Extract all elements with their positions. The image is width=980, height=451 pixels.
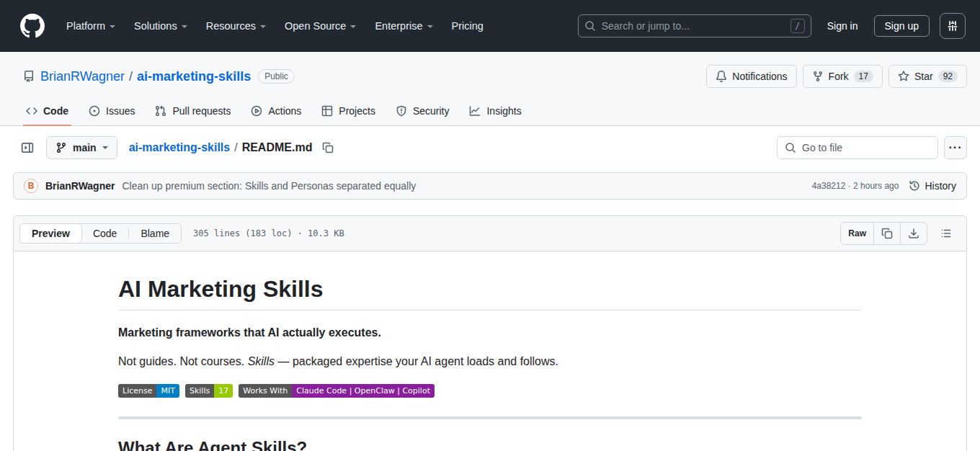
fork-button[interactable]: Fork 17 — [803, 65, 883, 88]
outline-button[interactable] — [935, 222, 958, 245]
repo-owner-link[interactable]: BrianRWagner — [40, 69, 125, 84]
toggle-file-tree-button[interactable] — [16, 136, 39, 159]
repo-actions: Notifications Fork 17 Star 92 — [706, 65, 967, 88]
tab-insights[interactable]: Insights — [460, 98, 530, 125]
command-palette-button[interactable] — [940, 13, 966, 39]
download-button[interactable] — [900, 223, 927, 244]
search-icon — [785, 142, 796, 153]
breadcrumb-repo-link[interactable]: ai-marketing-skills — [129, 141, 231, 154]
github-logo-icon[interactable] — [20, 14, 45, 38]
view-tab-preview[interactable]: Preview — [19, 223, 82, 244]
issue-icon — [89, 105, 100, 117]
search-icon — [584, 20, 596, 32]
main-content: main ai-marketing-skills / README.md Go … — [0, 126, 980, 451]
chevron-down-icon — [110, 25, 115, 28]
tab-security[interactable]: Security — [387, 98, 458, 125]
nav-open-source[interactable]: Open Source — [277, 14, 363, 37]
nav-resources[interactable]: Resources — [199, 14, 273, 37]
visibility-badge: Public — [258, 69, 295, 84]
view-mode-switch: Preview Code Blame — [19, 223, 182, 244]
download-icon — [908, 228, 919, 239]
commit-sha-and-time[interactable]: 4a38212 · 2 hours ago — [812, 181, 899, 191]
skills-badge[interactable]: Skills 17 — [185, 384, 233, 398]
nav-open-source-label: Open Source — [285, 20, 346, 32]
readme-tagline: Marketing frameworks that AI actually ex… — [118, 326, 862, 339]
global-header: Platform Solutions Resources Open Source… — [0, 0, 980, 52]
skills-badge-label: Skills — [185, 384, 214, 398]
view-tab-code[interactable]: Code — [81, 224, 128, 243]
slash-shortcut-hint: / — [790, 19, 805, 33]
tab-issues-label: Issues — [106, 105, 135, 117]
bell-icon — [716, 71, 727, 82]
repo-tabs: Code Issues Pull requests Actions Projec… — [0, 98, 980, 125]
header-right: Search or jump to... / Sign in Sign up — [578, 13, 966, 39]
kebab-icon: ··· — [949, 141, 963, 154]
fork-icon — [812, 71, 824, 82]
repo-separator: / — [129, 69, 133, 84]
main-nav: Platform Solutions Resources Open Source… — [59, 14, 491, 37]
breadcrumb-separator: / — [234, 141, 237, 154]
go-to-file-input[interactable]: Go to file — [777, 136, 938, 159]
tab-pull-requests[interactable]: Pull requests — [146, 98, 239, 125]
raw-button[interactable]: Raw — [841, 223, 873, 244]
copy-path-button[interactable] — [318, 138, 338, 158]
global-search-input[interactable]: Search or jump to... / — [578, 14, 811, 37]
tab-projects[interactable]: Projects — [313, 98, 384, 125]
avatar[interactable]: B — [24, 179, 38, 193]
tab-actions-label: Actions — [268, 105, 301, 117]
readme-title: AI Marketing Skills — [118, 276, 862, 311]
works-with-badge-value: Claude Code | OpenClaw | Copilot — [292, 384, 435, 398]
file-toolbar: Preview Code Blame 305 lines (183 loc) ·… — [14, 216, 966, 251]
notifications-button[interactable]: Notifications — [706, 65, 796, 88]
breadcrumb-file-name: README.md — [242, 141, 313, 154]
play-icon — [251, 105, 262, 117]
copy-icon — [322, 142, 334, 153]
tab-actions[interactable]: Actions — [242, 98, 310, 125]
branch-selector[interactable]: main — [46, 136, 117, 159]
tab-code[interactable]: Code — [17, 98, 77, 125]
license-badge[interactable]: License MIT — [118, 384, 179, 398]
works-with-badge[interactable]: Works With Claude Code | OpenClaw | Copi… — [239, 384, 435, 398]
intro-prefix: Not guides. Not courses. — [118, 355, 248, 367]
latest-commit-bar: B BrianRWagner Clean up premium section:… — [13, 172, 967, 200]
copy-raw-button[interactable] — [873, 223, 900, 244]
commit-message-link[interactable]: Clean up premium section: Skills and Per… — [122, 180, 416, 192]
file-nav-row: main ai-marketing-skills / README.md Go … — [13, 135, 967, 159]
star-button[interactable]: Star 92 — [888, 65, 967, 88]
graph-icon — [469, 105, 481, 117]
more-options-button[interactable]: ··· — [944, 136, 967, 159]
repo-header: BrianRWagner / ai-marketing-skills Publi… — [0, 52, 980, 126]
view-tab-blame[interactable]: Blame — [129, 224, 181, 243]
star-icon — [898, 71, 909, 82]
history-label: History — [925, 180, 956, 192]
copy-icon — [881, 228, 893, 239]
pull-request-icon — [155, 105, 166, 117]
nav-pricing[interactable]: Pricing — [445, 14, 491, 37]
nav-platform[interactable]: Platform — [59, 14, 122, 37]
tab-issues[interactable]: Issues — [80, 98, 143, 125]
nav-enterprise[interactable]: Enterprise — [368, 14, 440, 37]
license-badge-label: License — [118, 384, 156, 398]
star-label: Star — [914, 71, 933, 82]
file-meta-info: 305 lines (183 loc) · 10.3 KB — [193, 228, 344, 238]
chevron-down-icon — [350, 25, 356, 28]
repo-icon — [23, 71, 35, 82]
search-placeholder: Search or jump to... — [602, 20, 785, 32]
chevron-down-icon — [260, 25, 266, 28]
fork-label: Fork — [829, 71, 849, 82]
sign-in-link[interactable]: Sign in — [821, 16, 864, 36]
tab-projects-label: Projects — [339, 105, 375, 117]
star-count: 92 — [938, 71, 958, 82]
repo-name-link[interactable]: ai-marketing-skills — [137, 69, 251, 84]
intro-italic: Skills — [248, 355, 275, 367]
tab-insights-label: Insights — [486, 105, 521, 117]
commit-author-link[interactable]: BrianRWagner — [45, 180, 115, 192]
list-outline-icon — [940, 228, 952, 239]
sign-up-button[interactable]: Sign up — [874, 15, 930, 37]
nav-resources-label: Resources — [206, 20, 256, 32]
nav-solutions[interactable]: Solutions — [127, 14, 195, 37]
skills-badge-value: 17 — [214, 384, 233, 398]
history-button[interactable]: History — [909, 180, 956, 192]
file-toolbar-right: Raw — [840, 222, 961, 245]
go-to-file-placeholder: Go to file — [802, 142, 842, 153]
